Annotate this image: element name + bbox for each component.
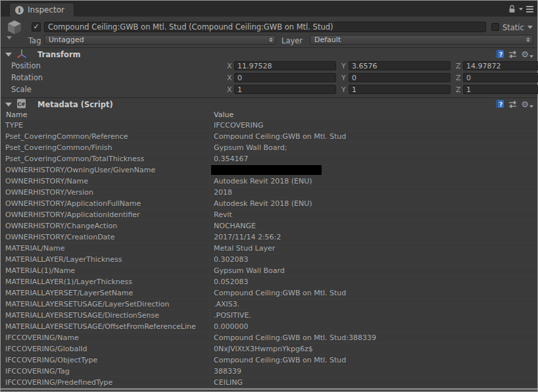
row-name: IFCCOVERING/PredefinedType (1, 378, 209, 387)
gameobject-name-field[interactable] (44, 22, 486, 32)
row-name: OWNERHISTORY/ChangeAction (1, 221, 209, 231)
tab-menu-icon[interactable] (526, 6, 533, 12)
scale-x-group: X (227, 85, 336, 94)
position-x-drag-label[interactable]: X (227, 62, 234, 70)
table-row: OWNERHISTORY/NameAutodesk Revit 2018 (EN… (1, 176, 537, 186)
row-value (211, 165, 537, 175)
position-z-group: Z (456, 61, 538, 70)
scale-z-field[interactable] (463, 85, 538, 94)
metadata-foldout-icon[interactable] (5, 103, 12, 107)
row-value: Gypsum Wall Board (211, 266, 537, 276)
table-row: MATERIAL/NameMetal Stud Layer (1, 243, 537, 253)
table-row: Pset_CoveringCommon/FinishGypsum Wall Bo… (1, 143, 537, 153)
row-name: TYPE (1, 120, 209, 130)
lock-icon[interactable] (508, 5, 516, 13)
scale-y-field[interactable] (349, 85, 451, 94)
scale-z-group: Z (456, 85, 538, 94)
icon-picker-arrow[interactable] (7, 36, 12, 39)
row-name: IFCCOVERING/ObjectType (1, 355, 209, 365)
table-row: IFCCOVERING/NameCompound Ceiling:GWB on … (1, 333, 537, 343)
row-value: CEILING (211, 378, 537, 387)
table-row: MATERIAL(1)/NameGypsum Wall Board (1, 266, 537, 276)
row-value: 388339 (211, 366, 537, 376)
row-value: 2017/11/14 2:56:2 (211, 232, 537, 242)
row-value: .AXIS3. (211, 299, 537, 309)
row-name: MATERIALLAYER/LayerThickness (1, 255, 209, 264)
position-z-drag-label[interactable]: Z (456, 62, 463, 70)
static-label: Static (502, 23, 524, 32)
rotation-x-field[interactable] (234, 73, 336, 82)
help-icon[interactable]: ? (495, 99, 504, 109)
layer-label: Layer (281, 36, 303, 45)
row-name: Pset_CoveringCommon/TotalThickness (1, 154, 209, 164)
row-name: MATERIALLAYER(1)/LayerThickness (1, 277, 209, 287)
position-label: Position (1, 61, 222, 70)
layer-dropdown[interactable]: Default (310, 35, 533, 45)
row-name: OWNERHISTORY/ApplicationIdentifier (1, 210, 209, 220)
row-name: MATERIAL/Name (1, 243, 209, 253)
context-menu-gear-icon[interactable]: ⚙ (521, 100, 533, 109)
row-value: NOCHANGE (211, 221, 537, 231)
scale-x-drag-label[interactable]: X (227, 86, 234, 94)
row-name: OWNERHISTORY/Version (1, 187, 209, 197)
rotation-y-field[interactable] (349, 73, 451, 82)
scale-y-drag-label[interactable]: Y (341, 86, 349, 94)
inspector-window: i Inspector ✓ Static Tag Untagged (0, 0, 538, 392)
row-value: Autodesk Revit 2018 (ENU) (211, 176, 537, 186)
gameobject-cube-icon[interactable] (7, 19, 22, 35)
rotation-z-group: Z (456, 73, 538, 82)
presets-icon[interactable] (508, 50, 517, 59)
metadata-column-headers: Name Value (1, 110, 537, 120)
transform-foldout-icon[interactable] (5, 53, 12, 57)
rotation-row: RotationXYZ (1, 72, 537, 84)
help-icon[interactable]: ? (495, 49, 504, 59)
layer-value: Default (314, 36, 341, 44)
table-row: MATERIALLAYERSET/LayerSetNameCompound Ce… (1, 288, 537, 298)
active-checkbox[interactable]: ✓ (32, 22, 41, 32)
static-dropdown-icon[interactable] (527, 26, 533, 29)
scale-y-group: Y (341, 85, 451, 94)
table-row: IFCCOVERING/Tag388339 (1, 366, 537, 376)
scale-z-drag-label[interactable]: Z (456, 86, 463, 94)
redaction-bar (211, 165, 322, 175)
tab-label: Inspector (28, 5, 64, 14)
table-row: OWNERHISTORY/CreationDate2017/11/14 2:56… (1, 232, 537, 242)
column-header-name: Name (6, 110, 27, 119)
table-row: OWNERHISTORY/ChangeActionNOCHANGE (1, 221, 537, 231)
horizontal-scrollbar[interactable] (1, 388, 537, 390)
static-checkbox[interactable] (491, 23, 499, 31)
position-x-field[interactable] (234, 61, 336, 70)
rotation-z-field[interactable] (463, 73, 538, 82)
position-z-field[interactable] (463, 61, 538, 70)
rotation-z-drag-label[interactable]: Z (456, 74, 463, 82)
svg-text:?: ? (499, 51, 502, 58)
rotation-y-drag-label[interactable]: Y (341, 74, 349, 82)
position-y-field[interactable] (349, 61, 451, 70)
scale-row: ScaleXYZ (1, 84, 537, 95)
table-row: OWNERHISTORY/ApplicationFullNameAutodesk… (1, 199, 537, 208)
table-row: OWNERHISTORY/OwningUser/GivenName (1, 165, 537, 175)
table-row: Pset_CoveringCommon/TotalThickness0.3541… (1, 154, 537, 164)
tab-dropdown-icon[interactable] (519, 8, 523, 11)
table-row: OWNERHISTORY/ApplicationIdentifierRevit (1, 210, 537, 220)
row-name: OWNERHISTORY/CreationDate (1, 232, 209, 242)
row-name: Pset_CoveringCommon/Reference (1, 132, 209, 141)
tag-value: Untagged (49, 36, 84, 44)
row-name: OWNERHISTORY/ApplicationFullName (1, 199, 209, 208)
table-row: Pset_CoveringCommon/ReferenceCompound Ce… (1, 132, 537, 141)
gameobject-header: ✓ Static Tag Untagged Layer Default (1, 16, 537, 47)
presets-icon[interactable] (508, 100, 517, 109)
row-value: 0.302083 (211, 255, 537, 264)
tag-dropdown[interactable]: Untagged (44, 35, 276, 45)
context-menu-gear-icon[interactable]: ⚙ (521, 50, 533, 59)
table-row: OWNERHISTORY/Version2018 (1, 187, 537, 197)
row-value: 0.354167 (211, 154, 537, 164)
tag-label: Tag (28, 36, 41, 45)
metadata-header: C# Metadata (Script) ? ⚙ (1, 98, 537, 110)
scale-x-field[interactable] (234, 85, 336, 94)
position-y-drag-label[interactable]: Y (341, 62, 349, 70)
row-name: IFCCOVERING/Name (1, 333, 209, 343)
table-row: IFCCOVERING/GlobalId0NxJVlXtX3HwmpnYkpg6… (1, 344, 537, 354)
rotation-x-drag-label[interactable]: X (227, 74, 234, 82)
tab-inspector[interactable]: i Inspector (9, 3, 74, 16)
